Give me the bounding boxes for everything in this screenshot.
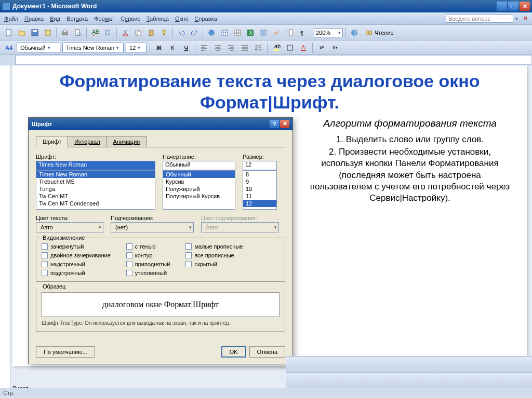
spelling-button[interactable]: ABC — [89, 27, 101, 38]
size-input[interactable]: 12 — [243, 161, 277, 170]
menu-формат[interactable]: Формат — [94, 16, 114, 22]
menu-файл[interactable]: Файл — [4, 16, 18, 22]
list-item[interactable]: 11 — [243, 193, 276, 200]
style-combo[interactable]: Обычный▾ — [17, 43, 60, 52]
font-combo[interactable]: Times New Roman▾ — [62, 43, 124, 52]
menu-окно[interactable]: Окно — [175, 16, 189, 22]
menu-вставка[interactable]: Вставка — [66, 16, 88, 22]
preview-button[interactable] — [72, 27, 84, 38]
copy-button[interactable] — [132, 27, 144, 38]
dialog-help-button[interactable]: ? — [270, 120, 279, 128]
save-button[interactable] — [29, 27, 41, 38]
hyperlink-button[interactable] — [206, 27, 217, 38]
maximize-button[interactable]: □ — [508, 2, 518, 11]
doc-map-button[interactable] — [284, 27, 295, 38]
default-button[interactable]: По умолчанию... — [36, 346, 95, 358]
list-item[interactable]: Times New Roman — [36, 171, 155, 178]
drawing-button[interactable] — [271, 27, 282, 38]
dropdown-icon[interactable]: ▾ — [515, 16, 518, 21]
vertical-ruler[interactable] — [0, 65, 10, 397]
menu-справка[interactable]: Справка — [195, 16, 217, 22]
effect-checkbox[interactable]: малые прописные — [185, 243, 243, 250]
zoom-combo[interactable]: 200%▾ — [314, 28, 343, 37]
list-item[interactable]: 9 — [243, 178, 276, 185]
tables-button[interactable] — [219, 27, 230, 38]
effect-checkbox[interactable]: надстрочный — [42, 261, 111, 267]
styles-pane-icon[interactable]: A4 — [3, 45, 15, 51]
cut-button[interactable] — [119, 27, 131, 38]
list-item[interactable]: 12 — [243, 200, 276, 207]
permissions-button[interactable] — [42, 27, 54, 38]
list-item[interactable]: Полужирный — [163, 185, 235, 193]
list-item[interactable]: Trebuchet MS — [36, 178, 155, 185]
undo-button[interactable] — [176, 27, 187, 38]
superscript-button[interactable]: x² — [316, 42, 327, 53]
research-button[interactable] — [102, 27, 114, 38]
menu-вид[interactable]: Вид — [50, 16, 60, 22]
list-item[interactable]: Tw Cen MT Condensed — [36, 200, 155, 207]
format-painter-button[interactable] — [158, 27, 170, 38]
underline-combo[interactable]: (нет)▾ — [111, 222, 194, 232]
read-mode-button[interactable]: Чтение — [362, 28, 397, 38]
tab-animation[interactable]: Анимация — [107, 136, 147, 147]
close-doc-button[interactable]: ✕ — [523, 15, 528, 22]
list-item[interactable]: Обычный — [163, 171, 235, 178]
list-item[interactable]: Курсив — [163, 178, 235, 185]
font-list[interactable]: Times New RomanTrebuchet MSTungaTw Cen M… — [36, 170, 155, 210]
effect-checkbox[interactable]: скрытый — [185, 261, 243, 267]
style-input[interactable]: Обычный — [163, 161, 235, 170]
effect-checkbox[interactable]: приподнятый — [126, 261, 170, 267]
tab-font[interactable]: Шрифт — [36, 136, 68, 147]
italic-button[interactable]: К — [167, 42, 178, 53]
effect-checkbox[interactable]: все прописные — [185, 252, 243, 258]
subscript-button[interactable]: x₂ — [329, 42, 341, 53]
cancel-button[interactable]: Отмена — [249, 346, 285, 358]
style-list[interactable]: ОбычныйКурсивПолужирныйПолужирный Курсив — [163, 170, 235, 210]
font-color-button[interactable]: A — [298, 42, 309, 53]
excel-button[interactable]: X — [245, 27, 256, 38]
align-justify-button[interactable] — [239, 42, 250, 53]
new-doc-button[interactable] — [3, 27, 15, 38]
size-list[interactable]: 89101112 — [243, 170, 277, 210]
list-item[interactable]: Tunga — [36, 185, 155, 193]
open-button[interactable] — [16, 27, 28, 38]
underline-button[interactable]: Ч — [180, 42, 192, 53]
dialog-close-button[interactable]: ✕ — [280, 120, 289, 128]
effect-checkbox[interactable]: с тенью — [126, 243, 170, 250]
redo-button[interactable] — [189, 27, 200, 38]
list-item[interactable]: Полужирный Курсив — [163, 193, 235, 200]
menu-таблица[interactable]: Таблица — [147, 16, 169, 22]
effect-checkbox[interactable]: утопленный — [126, 270, 170, 276]
effect-checkbox[interactable]: подстрочный — [42, 270, 111, 276]
font-input[interactable]: Times New Roman — [36, 161, 155, 170]
print-button[interactable] — [59, 27, 71, 38]
minimize-button[interactable]: _ — [497, 2, 507, 11]
tab-spacing[interactable]: Интервал — [68, 136, 107, 147]
align-right-button[interactable] — [225, 42, 237, 53]
effect-checkbox[interactable]: зачеркнутый — [42, 243, 111, 250]
help-button[interactable]: ? — [349, 27, 360, 38]
size-combo[interactable]: 12▾ — [126, 43, 147, 52]
paste-button[interactable] — [145, 27, 157, 38]
menu-правка[interactable]: Правка — [24, 16, 44, 22]
help-search-input[interactable] — [446, 14, 513, 23]
bold-button[interactable]: Ж — [153, 42, 165, 53]
horizontal-ruler[interactable] — [16, 55, 532, 65]
align-center-button[interactable] — [212, 42, 223, 53]
menu-сервис[interactable]: Сервис — [121, 16, 140, 22]
list-item[interactable]: 8 — [243, 171, 276, 178]
border-button[interactable] — [284, 42, 296, 53]
insert-table-button[interactable] — [232, 27, 243, 38]
effect-checkbox[interactable]: двойное зачеркивание — [42, 252, 111, 258]
list-item[interactable]: Tw Cen MT — [36, 193, 155, 200]
highlight-button[interactable]: ab — [271, 42, 282, 53]
align-left-button[interactable] — [198, 42, 210, 53]
show-marks-button[interactable]: ¶ — [297, 27, 308, 38]
list-item[interactable]: 10 — [243, 185, 276, 193]
line-spacing-button[interactable] — [252, 42, 264, 53]
ok-button[interactable]: OK — [221, 346, 246, 358]
columns-button[interactable] — [258, 27, 269, 38]
effect-checkbox[interactable]: контур — [126, 252, 170, 258]
text-color-combo[interactable]: Авто▾ — [36, 222, 103, 232]
close-button[interactable]: ✕ — [520, 2, 530, 11]
